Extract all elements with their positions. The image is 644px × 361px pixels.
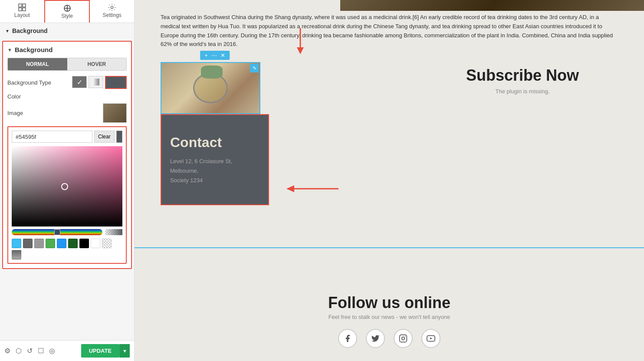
color-swatches xyxy=(12,239,122,259)
style-icon xyxy=(63,4,71,12)
color-row: Color xyxy=(7,93,127,100)
bg-type-buttons: ✓ xyxy=(72,76,127,89)
swatch-cyan[interactable] xyxy=(12,239,21,248)
move-control[interactable]: ⋯ xyxy=(211,52,217,59)
settings-toolbar-icon[interactable]: ⚙ xyxy=(4,347,10,355)
tea-text: Tea originated in Southwest China during… xyxy=(161,13,618,49)
tab-layout-label: Layout xyxy=(14,12,30,18)
color-picker: Clear xyxy=(7,126,127,264)
basket-shape xyxy=(193,73,228,103)
swatch-green[interactable] xyxy=(46,239,55,248)
swatch-gray[interactable] xyxy=(23,239,33,248)
basket-image-container: ✎ xyxy=(161,62,260,114)
hex-input[interactable] xyxy=(12,131,92,143)
color-preview xyxy=(116,131,122,143)
follow-subtitle: Feel free to stalk our news - we won't t… xyxy=(135,314,644,320)
bg-panel-title-text: Background xyxy=(15,46,53,53)
update-btn-group: UPDATE ▼ xyxy=(81,344,130,358)
hue-slider[interactable] xyxy=(12,229,102,235)
history-toolbar-icon[interactable]: ↺ xyxy=(27,347,33,355)
svg-marker-8 xyxy=(286,185,294,192)
gradient-canvas[interactable] xyxy=(12,146,122,226)
opacity-slider[interactable] xyxy=(105,229,122,235)
swatch-black[interactable] xyxy=(79,239,89,248)
background-header[interactable]: ▼ Background xyxy=(0,23,134,39)
subscribe-title: Subscribe Now xyxy=(436,66,609,85)
twitter-icon[interactable] xyxy=(366,329,385,348)
image-label: Image xyxy=(7,110,103,116)
settings-icon xyxy=(108,3,116,11)
svg-rect-0 xyxy=(19,4,22,7)
svg-point-5 xyxy=(111,6,113,8)
background-header-label: Background xyxy=(12,27,48,34)
bg-type-gradient-btn[interactable] xyxy=(89,76,103,88)
subscribe-subtitle: The plugin is missing. xyxy=(436,88,609,95)
tab-settings-label: Settings xyxy=(103,12,122,18)
bottom-toolbar: ⚙ ⬡ ↺ ☐ ◎ UPDATE ▼ xyxy=(0,340,134,361)
responsive-toolbar-icon[interactable]: ☐ xyxy=(38,347,44,355)
image-contact-section: + ⋯ ✕ ✎ Contact Level 12, 6 Croias xyxy=(135,62,644,205)
image-thumbnail xyxy=(103,103,127,123)
red-arrow-right xyxy=(286,184,338,196)
close-control[interactable]: ✕ xyxy=(220,52,225,59)
instagram-icon[interactable] xyxy=(394,329,413,348)
edit-overlay[interactable]: ✎ xyxy=(250,64,259,72)
swatch-transparent[interactable] xyxy=(102,239,112,248)
subscribe-section: Subscribe Now The plugin is missing. xyxy=(436,66,609,95)
bg-type-current-color[interactable] xyxy=(105,76,127,89)
update-dropdown[interactable]: ▼ xyxy=(119,344,130,358)
swatch-darkgreen[interactable] xyxy=(68,239,78,248)
svg-rect-6 xyxy=(92,79,99,85)
svg-point-10 xyxy=(402,337,405,340)
opacity-overlay xyxy=(105,229,122,235)
gradient-dark xyxy=(12,146,122,226)
layout-icon xyxy=(18,3,26,11)
add-control[interactable]: + xyxy=(204,52,208,59)
background-panel: ▼ Background NORMAL HOVER Background Typ… xyxy=(2,41,132,269)
svg-rect-9 xyxy=(400,335,407,342)
red-arrow-svg xyxy=(286,184,338,194)
tab-hover[interactable]: HOVER xyxy=(67,58,127,70)
swatch-blue[interactable] xyxy=(57,239,66,248)
left-column: + ⋯ ✕ ✎ Contact Level 12, 6 Croias xyxy=(161,62,269,205)
image-row: Image xyxy=(7,103,127,123)
tab-normal[interactable]: NORMAL xyxy=(8,58,67,70)
bg-panel-title: ▼ Background xyxy=(7,46,127,53)
element-controls: + ⋯ ✕ xyxy=(200,51,230,60)
update-button[interactable]: UPDATE xyxy=(81,344,119,358)
tab-style-label: Style xyxy=(61,13,73,19)
preview-toolbar-icon[interactable]: ◎ xyxy=(49,347,55,355)
hue-thumb xyxy=(54,229,60,235)
tab-layout[interactable]: Layout xyxy=(0,0,44,23)
contact-box: Contact Level 12, 6 Croiasure St, Melbou… xyxy=(161,114,269,205)
facebook-svg xyxy=(343,334,352,343)
swatch-white[interactable] xyxy=(91,239,100,248)
toolbar-icons: ⚙ ⬡ ↺ ☐ ◎ xyxy=(4,347,55,355)
tab-settings[interactable]: Settings xyxy=(90,0,134,23)
panel-tabs: Layout Style Settings xyxy=(0,0,134,23)
youtube-icon[interactable] xyxy=(421,329,440,348)
clear-button[interactable]: Clear xyxy=(94,131,115,143)
background-type-row: Background Type ✓ xyxy=(7,76,127,89)
separator-line xyxy=(135,247,644,248)
tab-style[interactable]: Style xyxy=(44,0,90,23)
basket-image xyxy=(161,63,260,113)
background-arrow-icon: ▼ xyxy=(5,29,10,33)
facebook-icon[interactable] xyxy=(338,329,357,348)
bg-expand-icon: ▼ xyxy=(7,47,12,53)
gradient-icon xyxy=(92,79,99,85)
svg-rect-2 xyxy=(19,8,22,11)
bg-type-label: Background Type xyxy=(7,79,72,86)
svg-point-11 xyxy=(405,336,406,337)
twitter-svg xyxy=(371,334,380,343)
svg-marker-12 xyxy=(430,337,432,339)
normal-hover-tabs: NORMAL HOVER xyxy=(7,58,127,71)
swatch-gradgray[interactable] xyxy=(12,250,21,259)
left-panel: Layout Style Settings ▼ Background ▼ Bac… xyxy=(0,0,135,361)
svg-rect-1 xyxy=(23,4,26,7)
swatch-lightgray[interactable] xyxy=(34,239,44,248)
layers-toolbar-icon[interactable]: ⬡ xyxy=(16,347,22,355)
color-label: Color xyxy=(7,93,127,100)
bg-type-color-btn[interactable]: ✓ xyxy=(72,76,87,88)
follow-section: Follow us online Feel free to stalk our … xyxy=(135,294,644,348)
